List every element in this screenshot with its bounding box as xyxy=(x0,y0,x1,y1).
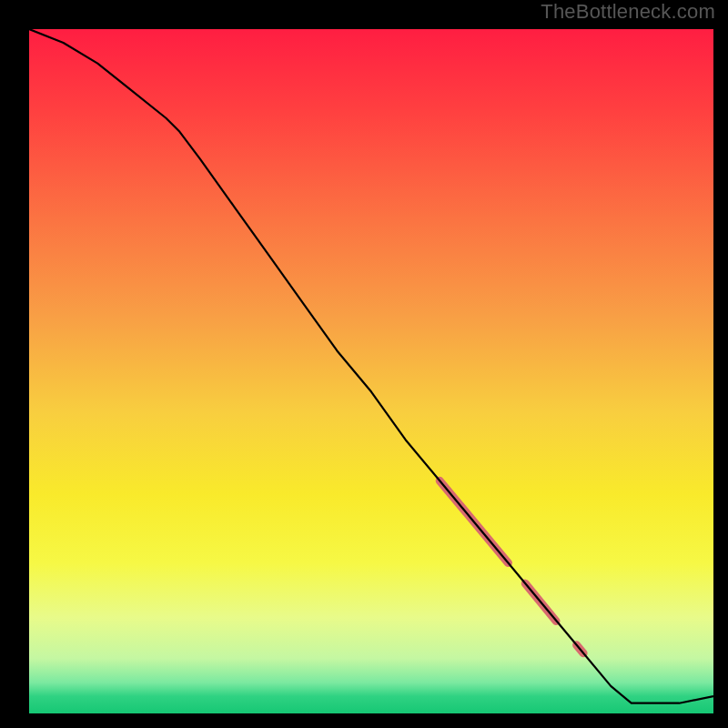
stage: TheBottleneck.com xyxy=(0,0,728,728)
chart-svg xyxy=(29,29,713,713)
watermark-text: TheBottleneck.com xyxy=(541,0,715,24)
plot-area xyxy=(29,29,713,713)
gradient-background xyxy=(29,29,713,713)
